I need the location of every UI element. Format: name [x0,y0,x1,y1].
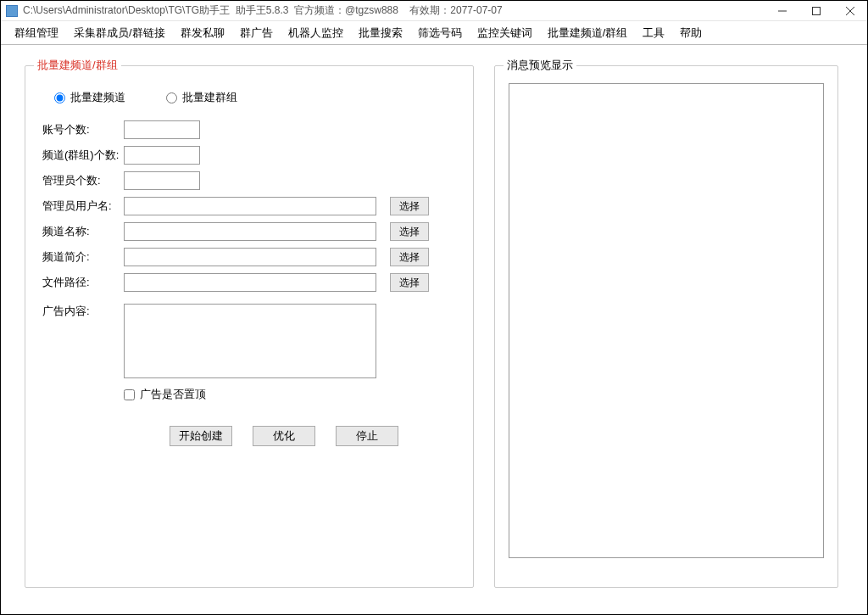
radio-channel-input[interactable] [54,92,65,103]
maximize-button[interactable] [799,1,833,20]
checkbox-pin-ad-label: 广告是否置顶 [140,387,206,402]
stop-button[interactable]: 停止 [336,426,398,446]
menu-bot-monitor[interactable]: 机器人监控 [288,25,343,41]
minimize-button[interactable] [765,1,799,20]
select-channel-name-button[interactable]: 选择 [390,222,429,241]
input-admin-username[interactable] [124,197,376,215]
radio-group-label: 批量建群组 [182,90,237,105]
title-expiry-label: 有效期： [409,4,450,16]
menu-group-ad[interactable]: 群广告 [240,25,273,41]
row-admin-count: 管理员个数: [42,171,456,190]
select-admin-username-button[interactable]: 选择 [390,197,429,215]
row-ad-content: 广告内容: [42,304,456,378]
menu-filter-numbers[interactable]: 筛选号码 [418,25,462,41]
menu-mass-dm[interactable]: 群发私聊 [181,25,225,41]
input-channel-name[interactable] [124,222,376,241]
menu-batch-create[interactable]: 批量建频道/群组 [548,25,628,41]
label-ad-content: 广告内容: [42,304,124,378]
row-account-count: 账号个数: [42,120,456,139]
title-path: C:\Users\Administrator\Desktop\TG\TG助手王 [23,4,230,16]
window-controls [765,1,867,20]
input-admin-count[interactable] [124,171,200,190]
input-channel-desc[interactable] [124,248,376,266]
label-channel-desc: 频道简介: [42,249,124,265]
menu-collect-members[interactable]: 采集群成员/群链接 [74,25,165,41]
title-expiry: 2077-07-07 [450,4,502,16]
textarea-ad-content[interactable] [124,304,376,378]
menubar: 群组管理 采集群成员/群链接 群发私聊 群广告 机器人监控 批量搜索 筛选号码 … [1,21,867,45]
label-file-path: 文件路径: [42,275,124,290]
radio-group[interactable]: 批量建群组 [166,90,237,105]
radio-channel-label: 批量建频道 [70,90,125,105]
svg-rect-1 [813,7,821,14]
radio-row: 批量建频道 批量建群组 [54,90,456,105]
select-file-path-button[interactable]: 选择 [390,273,429,292]
start-button[interactable]: 开始创建 [170,426,232,446]
input-file-path[interactable] [124,273,376,292]
menu-monitor-keywords[interactable]: 监控关键词 [477,25,532,41]
row-file-path: 文件路径: 选择 [42,273,456,292]
menu-batch-search[interactable]: 批量搜索 [359,25,403,41]
menu-tools[interactable]: 工具 [643,25,665,41]
titlebar: C:\Users\Administrator\Desktop\TG\TG助手王 … [1,1,867,21]
content: 批量建频道/群组 批量建频道 批量建群组 账号个数: 频道(群组)个数: 管理员… [1,45,867,614]
select-channel-desc-button[interactable]: 选择 [390,248,429,266]
app-icon [6,5,18,17]
label-channel-count: 频道(群组)个数: [42,148,124,163]
input-channel-count[interactable] [124,146,200,165]
row-channel-name: 频道名称: 选择 [42,222,456,241]
title-appname: 助手王5.8.3 [236,4,289,16]
title-text: C:\Users\Administrator\Desktop\TG\TG助手王 … [23,3,503,18]
row-channel-desc: 频道简介: 选择 [42,248,456,266]
menu-group-manage[interactable]: 群组管理 [14,25,58,41]
label-account-count: 账号个数: [42,122,124,137]
checkbox-pin-ad-input[interactable] [124,389,135,400]
label-channel-name: 频道名称: [42,224,124,239]
preview-box [509,83,824,558]
radio-group-input[interactable] [166,92,177,103]
left-panel: 批量建频道/群组 批量建频道 批量建群组 账号个数: 频道(群组)个数: 管理员… [25,65,474,588]
title-channel-label: 官方频道： [294,4,345,16]
left-panel-title: 批量建频道/群组 [34,58,121,73]
optimize-button[interactable]: 优化 [253,426,315,446]
label-admin-username: 管理员用户名: [42,198,124,214]
input-account-count[interactable] [124,120,200,139]
titlebar-left: C:\Users\Administrator\Desktop\TG\TG助手王 … [6,3,503,18]
right-panel-title: 消息预览显示 [504,58,576,73]
label-admin-count: 管理员个数: [42,173,124,188]
menu-help[interactable]: 帮助 [680,25,702,41]
row-channel-count: 频道(群组)个数: [42,146,456,165]
right-panel: 消息预览显示 [494,65,838,588]
row-admin-username: 管理员用户名: 选择 [42,197,456,215]
close-button[interactable] [833,1,867,20]
button-row: 开始创建 优化 停止 [170,426,456,446]
checkbox-pin-ad[interactable]: 广告是否置顶 [124,387,456,402]
title-channel: @tgzsw888 [345,4,398,16]
radio-channel[interactable]: 批量建频道 [54,90,125,105]
